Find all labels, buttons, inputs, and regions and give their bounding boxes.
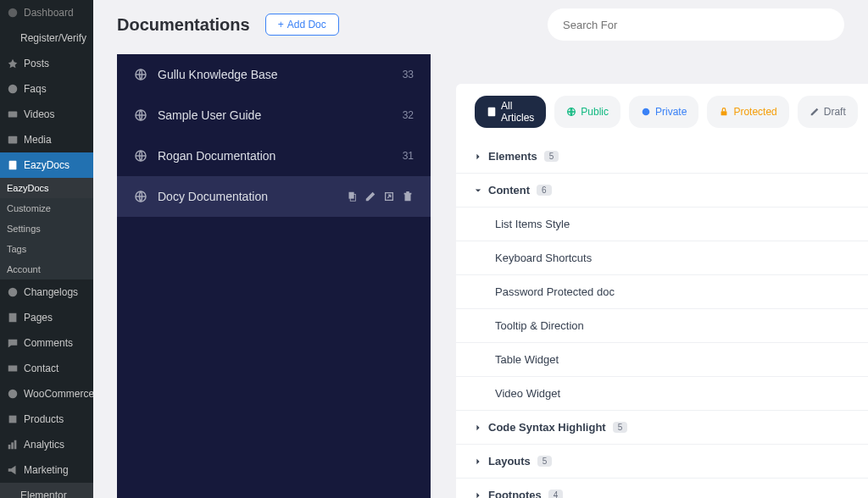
tree-leaf[interactable]: Tooltip & Direction (456, 309, 868, 343)
submenu-settings[interactable]: Settings (0, 219, 93, 239)
sidebar-item-media[interactable]: Media (0, 127, 93, 152)
label: Posts (24, 58, 49, 69)
tree-leaf[interactable]: List Items Style (456, 208, 868, 241)
count-badge: 4 (548, 490, 564, 498)
label: Dashboard (24, 7, 74, 19)
svg-point-8 (8, 390, 18, 399)
copy-icon[interactable] (346, 191, 358, 202)
label: Private (655, 106, 687, 118)
svg-point-22 (643, 108, 650, 116)
sidebar-item-marketing[interactable]: Marketing (0, 457, 93, 483)
mail-icon (7, 362, 19, 374)
tree-section-elements[interactable]: Elements 5 (456, 140, 868, 174)
sidebar-item-register[interactable]: Register/Verify (0, 25, 93, 51)
globe-icon (134, 108, 147, 122)
svg-rect-23 (721, 111, 727, 115)
doc-item-active[interactable]: Docy Documentation (117, 176, 431, 217)
sidebar-item-changelogs[interactable]: Changelogs (0, 279, 93, 305)
tree-leaf[interactable]: Password Protected doc (456, 275, 868, 309)
add-doc-button[interactable]: + Add Doc (265, 14, 339, 36)
filter-protected[interactable]: Protected (707, 96, 788, 128)
doc-item[interactable]: Rogan Documentation 31 (117, 136, 431, 176)
pin-icon (7, 58, 19, 69)
svg-rect-9 (9, 416, 17, 423)
filter-all[interactable]: All Articles (475, 96, 546, 128)
svg-rect-4 (9, 161, 17, 170)
count-badge: 6 (537, 185, 552, 196)
sidebar-item-contact[interactable]: Contact (0, 356, 93, 381)
submenu-customize[interactable]: Customize (0, 198, 93, 219)
doc-item[interactable]: Sample User Guide 32 (117, 95, 431, 136)
count-badge: 5 (544, 151, 559, 162)
marketing-icon (7, 464, 19, 476)
sidebar-item-comments[interactable]: Comments (0, 330, 93, 356)
main-area: Documentations + Add Doc Gullu Knowledge… (93, 0, 868, 498)
label: Changelogs (24, 286, 78, 298)
filter-tabs: All Articles Public Private Protected Dr… (456, 84, 868, 140)
svg-rect-20 (488, 108, 496, 116)
tree-section-content[interactable]: Content 6 (456, 174, 868, 208)
lock-icon (719, 107, 729, 117)
docs-panel: Gullu Knowledge Base 33 Sample User Guid… (117, 54, 431, 498)
doc-item[interactable]: Gullu Knowledge Base 33 (117, 54, 431, 95)
svg-rect-6 (9, 313, 17, 323)
doc-count: 33 (403, 69, 414, 80)
sidebar-item-posts[interactable]: Posts (0, 51, 93, 76)
submenu-tags[interactable]: Tags (0, 239, 93, 259)
doc-title: Gullu Knowledge Base (158, 68, 396, 81)
filter-public[interactable]: Public (554, 96, 620, 128)
sidebar-item-dashboard[interactable]: Dashboard (0, 0, 93, 25)
sidebar-item-videos[interactable]: Videos (0, 102, 93, 127)
label: Media (24, 134, 52, 146)
svg-rect-3 (8, 136, 18, 144)
search-box[interactable] (548, 8, 844, 41)
label: Faqs (24, 83, 47, 95)
tree-leaf[interactable]: Table Widget (456, 343, 868, 377)
tree-section-footnotes[interactable]: Footnotes 4 (456, 479, 868, 498)
sidebar-item-elementor[interactable]: Elementor (0, 483, 93, 498)
label: Elementor (20, 490, 67, 498)
doc-icon (7, 159, 19, 171)
comment-icon (7, 337, 19, 349)
search-input[interactable] (563, 19, 829, 31)
label: Draft (824, 106, 846, 118)
svg-rect-7 (8, 366, 18, 372)
doc-icon (487, 107, 497, 117)
submenu-eazydocs[interactable]: EazyDocs (0, 178, 93, 198)
woo-icon (7, 388, 19, 400)
tree-leaf[interactable]: Keyboard Shortcuts (456, 241, 868, 275)
label: Marketing (24, 464, 69, 476)
sidebar-item-eazydocs[interactable]: EazyDocs (0, 152, 93, 178)
draft-icon (810, 107, 820, 117)
submenu-account[interactable]: Account (0, 259, 93, 279)
edit-icon[interactable] (364, 191, 376, 202)
sidebar-item-woo[interactable]: WooCommerce (0, 381, 93, 407)
svg-point-5 (8, 288, 18, 297)
label: Pages (24, 312, 53, 324)
svg-rect-2 (8, 112, 18, 118)
external-link-icon[interactable] (383, 191, 395, 202)
sidebar-item-analytics[interactable]: Analytics (0, 432, 93, 457)
label: Code Syntax Highlight (488, 421, 606, 434)
globe-icon (134, 68, 147, 81)
tree-leaf[interactable]: Video Widget (456, 377, 868, 411)
count-badge: 5 (537, 456, 553, 467)
label: Footnotes (488, 489, 542, 498)
filter-private[interactable]: Private (629, 96, 698, 128)
sidebar-item-faqs[interactable]: Faqs (0, 76, 93, 102)
svg-rect-17 (349, 192, 354, 199)
articles-panel: All Articles Public Private Protected Dr… (456, 84, 868, 498)
sidebar-item-pages[interactable]: Pages (0, 305, 93, 330)
page-icon (7, 312, 19, 324)
private-icon (641, 107, 651, 117)
label: WooCommerce (24, 388, 93, 400)
sidebar-item-products[interactable]: Products (0, 407, 93, 432)
tree-section-layouts[interactable]: Layouts 5 (456, 445, 868, 479)
label: Analytics (24, 439, 64, 451)
doc-title: Docy Documentation (158, 190, 346, 203)
label: Contact (24, 362, 58, 374)
tree-section-code[interactable]: Code Syntax Highlight 5 (456, 411, 868, 445)
trash-icon[interactable] (402, 191, 414, 202)
label: Register/Verify (20, 32, 86, 44)
filter-draft[interactable]: Draft (798, 96, 858, 128)
